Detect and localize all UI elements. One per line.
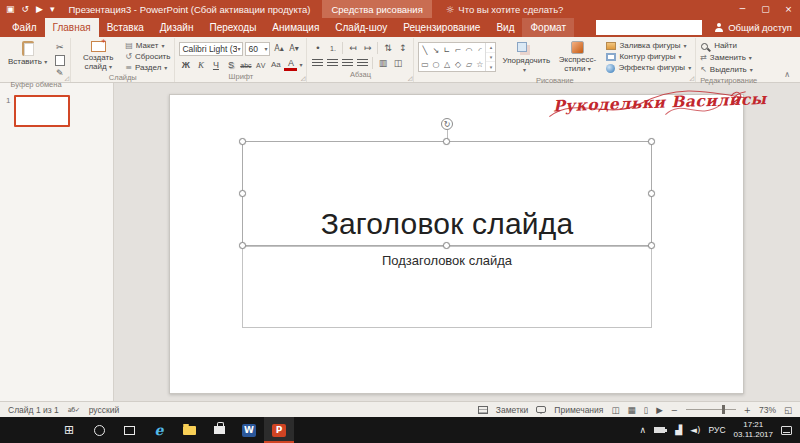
- quick-styles-button[interactable]: Экспресс-стили ▾: [552, 40, 602, 74]
- select-button[interactable]: ↖Выделить▾: [700, 66, 757, 75]
- start-slideshow-icon[interactable]: ▶: [36, 5, 43, 14]
- shapes-scroll-up-icon[interactable]: ▴: [486, 43, 495, 52]
- bold-button[interactable]: Ж: [179, 60, 192, 71]
- find-button[interactable]: Найти: [700, 42, 757, 51]
- zoom-slider-thumb[interactable]: [722, 405, 725, 414]
- shape-triangle-icon[interactable]: △: [441, 57, 452, 71]
- network-icon[interactable]: ▟: [675, 426, 682, 435]
- maximize-button[interactable]: ▢: [754, 0, 777, 18]
- resize-handle-top-left[interactable]: [239, 138, 246, 145]
- convert-smartart-button[interactable]: ◫: [391, 58, 404, 69]
- shape-freeform-icon[interactable]: ⌐: [452, 43, 463, 57]
- close-button[interactable]: ×: [777, 0, 800, 18]
- slide-thumbnail[interactable]: [14, 95, 70, 127]
- clock[interactable]: 17:21 03.11.2017: [734, 420, 773, 439]
- tab-slideshow[interactable]: Слайд-шоу: [327, 18, 395, 37]
- resize-handle-top-center[interactable]: [443, 138, 450, 145]
- slide[interactable]: ↻ Заголовок слайда Подзаголовок слайда: [169, 94, 744, 394]
- text-shadow-button[interactable]: S: [224, 60, 237, 71]
- font-size-select[interactable]: 60▾: [245, 42, 270, 56]
- taskbar-store[interactable]: [204, 417, 234, 443]
- comments-button[interactable]: Примечания: [554, 405, 603, 415]
- tab-animations[interactable]: Анимация: [264, 18, 327, 37]
- drawing-dialog-launcher[interactable]: ◿: [690, 75, 695, 81]
- shape-fill-button[interactable]: Заливка фигуры▾: [606, 42, 691, 51]
- shapes-scroll-down-icon[interactable]: ▾: [486, 52, 495, 62]
- notes-button[interactable]: Заметки: [496, 405, 529, 415]
- tab-file[interactable]: Файл: [4, 18, 45, 37]
- shape-curve-icon[interactable]: ◜: [474, 43, 485, 57]
- tab-review[interactable]: Рецензирование: [395, 18, 488, 37]
- taskbar-file-explorer[interactable]: [174, 417, 204, 443]
- copy-button[interactable]: [53, 55, 66, 66]
- font-color-button[interactable]: А: [284, 59, 297, 71]
- notification-center-icon[interactable]: [781, 426, 792, 435]
- minimize-button[interactable]: ─: [731, 0, 754, 18]
- shape-effects-button[interactable]: Эффекты фигуры▾: [606, 64, 691, 73]
- shape-ellipse-icon[interactable]: ○: [430, 57, 441, 71]
- align-center-button[interactable]: [326, 58, 339, 69]
- spell-check-icon[interactable]: аб✓: [68, 406, 80, 414]
- shrink-font-button[interactable]: A▾: [287, 44, 300, 55]
- resize-handle-bottom-left[interactable]: [239, 242, 246, 249]
- shape-arc-icon[interactable]: ◠: [463, 43, 474, 57]
- keyboard-language[interactable]: РУС: [709, 425, 726, 435]
- volume-icon[interactable]: ◄): [690, 426, 700, 435]
- context-tools-label[interactable]: Средства рисования: [322, 0, 431, 18]
- shape-parallelogram-icon[interactable]: ▱: [463, 57, 474, 71]
- tab-view[interactable]: Вид: [488, 18, 522, 37]
- taskbar-powerpoint[interactable]: P: [264, 417, 294, 443]
- tab-insert[interactable]: Вставка: [99, 18, 152, 37]
- strikethrough-button[interactable]: abc: [239, 60, 252, 71]
- language-status[interactable]: русский: [89, 405, 120, 415]
- tab-transitions[interactable]: Переходы: [201, 18, 264, 37]
- qat-customize-icon[interactable]: ▾: [50, 5, 55, 14]
- replace-button[interactable]: ⇄Заменить▾: [700, 54, 757, 63]
- tell-me-button[interactable]: ☼ Что вы хотите сделать?: [446, 4, 564, 15]
- character-spacing-button[interactable]: AV: [254, 60, 267, 71]
- zoom-level[interactable]: 73%: [759, 405, 776, 415]
- start-button[interactable]: ⊞: [54, 417, 84, 443]
- section-button[interactable]: ≡Раздел▾: [125, 64, 170, 73]
- arrange-button[interactable]: Упорядочить ▾: [500, 40, 548, 75]
- tab-home[interactable]: Главная: [45, 18, 99, 37]
- shapes-more-icon[interactable]: ▾: [486, 61, 495, 71]
- zoom-out-icon[interactable]: −: [671, 405, 678, 415]
- save-icon[interactable]: ▣: [6, 5, 15, 14]
- layout-button[interactable]: ▤Макет▾: [125, 42, 170, 51]
- line-spacing-button[interactable]: ↕: [396, 43, 409, 54]
- undo-icon[interactable]: ↺: [22, 5, 30, 14]
- resize-handle-bottom-center[interactable]: [443, 242, 450, 249]
- shape-arrow-icon[interactable]: ↘: [430, 43, 441, 57]
- text-direction-button[interactable]: ⇅: [381, 43, 394, 54]
- slide-sorter-view-icon[interactable]: ▦: [627, 405, 635, 415]
- cut-button[interactable]: ✂: [53, 42, 66, 53]
- font-color-dropdown-icon[interactable]: ▾: [299, 62, 302, 68]
- resize-handle-top-right[interactable]: [648, 138, 655, 145]
- resize-handle-bottom-right[interactable]: [648, 242, 655, 249]
- slide-subtitle-text[interactable]: Подзаголовок слайда: [382, 253, 512, 268]
- slideshow-view-icon[interactable]: ▶: [656, 405, 663, 415]
- fit-to-window-icon[interactable]: ◱: [784, 405, 792, 415]
- increase-indent-button[interactable]: ↦: [361, 43, 374, 54]
- taskbar-edge[interactable]: e: [144, 417, 174, 443]
- shape-diamond-icon[interactable]: ◇: [452, 57, 463, 71]
- rotation-handle[interactable]: ↻: [441, 118, 453, 130]
- change-case-button[interactable]: Aa: [269, 60, 282, 71]
- zoom-slider[interactable]: [686, 409, 736, 410]
- justify-button[interactable]: [356, 58, 369, 69]
- taskbar-word[interactable]: W: [234, 417, 264, 443]
- zoom-in-icon[interactable]: +: [744, 405, 751, 415]
- shape-line-icon[interactable]: ╲: [419, 43, 430, 57]
- clipboard-dialog-launcher[interactable]: ◿: [65, 75, 70, 81]
- subtitle-placeholder[interactable]: Подзаголовок слайда: [242, 246, 652, 328]
- font-name-select[interactable]: Calibri Light (Заголовки)▾: [179, 42, 243, 56]
- paragraph-dialog-launcher[interactable]: ◿: [408, 75, 413, 81]
- shape-star-icon[interactable]: ☆: [474, 57, 485, 71]
- align-left-button[interactable]: [311, 58, 324, 69]
- task-view-button[interactable]: [114, 417, 144, 443]
- resize-handle-middle-right[interactable]: [648, 190, 655, 197]
- tellme-input[interactable]: [596, 20, 702, 35]
- share-button[interactable]: Общий доступ: [710, 18, 800, 37]
- numbering-button[interactable]: 1.: [326, 43, 339, 54]
